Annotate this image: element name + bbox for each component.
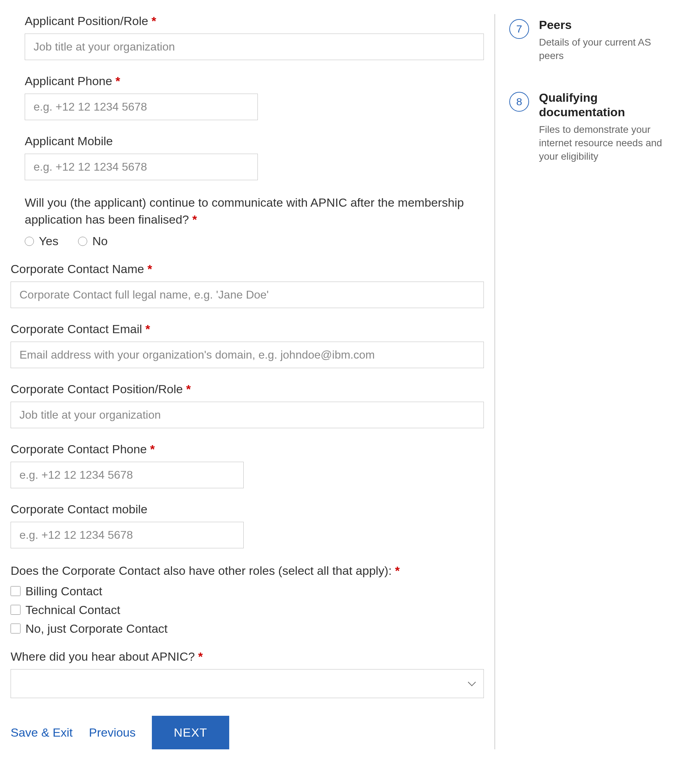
label-applicant-phone: Applicant Phone * [25,74,484,88]
radio-input-no[interactable] [78,237,87,246]
steps-sidebar: 7 Peers Details of your current AS peers… [495,0,682,761]
step-title: Qualifying documentation [539,91,668,119]
input-applicant-role[interactable] [25,34,484,60]
step-number-icon: 7 [509,19,529,39]
input-corp-phone[interactable] [11,462,244,488]
radio-label-yes: Yes [39,234,58,248]
label-hear-about: Where did you hear about APNIC? * [11,650,484,664]
radio-label-no: No [92,234,107,248]
label-applicant-mobile: Applicant Mobile [25,134,484,148]
step-number-icon: 8 [509,92,529,112]
field-applicant-role: Applicant Position/Role * [25,14,484,60]
radio-continue-yes[interactable]: Yes [25,234,58,248]
check-none[interactable]: No, just Corporate Contact [11,622,484,636]
label-corp-name: Corporate Contact Name * [11,262,484,276]
form-main: Applicant Position/Role * Applicant Phon… [0,0,494,761]
label-corp-other-roles: Does the Corporate Contact also have oth… [11,562,484,579]
check-label-billing: Billing Contact [25,584,102,598]
button-row: Save & Exit Previous NEXT [11,716,484,749]
previous-button[interactable]: Previous [89,726,136,739]
input-corp-role[interactable] [11,402,484,428]
input-corp-mobile[interactable] [11,522,244,548]
label-corp-phone: Corporate Contact Phone * [11,442,484,456]
input-corp-name[interactable] [11,282,484,308]
step-desc: Files to demonstrate your internet resou… [539,123,668,163]
radio-input-yes[interactable] [25,237,34,246]
step-title: Peers [539,18,668,32]
check-input-billing[interactable] [11,586,20,596]
input-corp-email[interactable] [11,341,484,368]
field-corp-mobile: Corporate Contact mobile [11,503,484,548]
field-hear-about: Where did you hear about APNIC? * [11,650,484,698]
field-applicant-mobile: Applicant Mobile [25,134,484,180]
step-7[interactable]: 7 Peers Details of your current AS peers [509,18,668,62]
label-continue-comm: Will you (the applicant) continue to com… [25,194,484,228]
check-billing[interactable]: Billing Contact [11,584,484,598]
check-label-technical: Technical Contact [25,603,120,617]
field-corp-phone: Corporate Contact Phone * [11,442,484,488]
check-input-technical[interactable] [11,605,20,615]
save-exit-button[interactable]: Save & Exit [11,726,73,739]
step-8[interactable]: 8 Qualifying documentation Files to demo… [509,91,668,163]
field-corp-email: Corporate Contact Email * [11,322,484,368]
label-applicant-role: Applicant Position/Role * [25,14,484,28]
select-hear-about[interactable] [11,669,484,698]
check-input-none[interactable] [11,623,20,633]
field-corp-other-roles: Does the Corporate Contact also have oth… [11,562,484,636]
field-continue-comm: Will you (the applicant) continue to com… [25,194,484,248]
radio-continue-no[interactable]: No [78,234,107,248]
label-corp-mobile: Corporate Contact mobile [11,503,484,516]
check-label-none: No, just Corporate Contact [25,622,168,636]
label-corp-email: Corporate Contact Email * [11,322,484,336]
input-applicant-mobile[interactable] [25,154,258,180]
input-applicant-phone[interactable] [25,94,258,120]
check-technical[interactable]: Technical Contact [11,603,484,617]
label-corp-role: Corporate Contact Position/Role * [11,382,484,396]
step-desc: Details of your current AS peers [539,36,668,63]
field-corp-role: Corporate Contact Position/Role * [11,382,484,428]
field-corp-name: Corporate Contact Name * [11,262,484,308]
next-button[interactable]: NEXT [152,716,229,749]
field-applicant-phone: Applicant Phone * [25,74,484,120]
